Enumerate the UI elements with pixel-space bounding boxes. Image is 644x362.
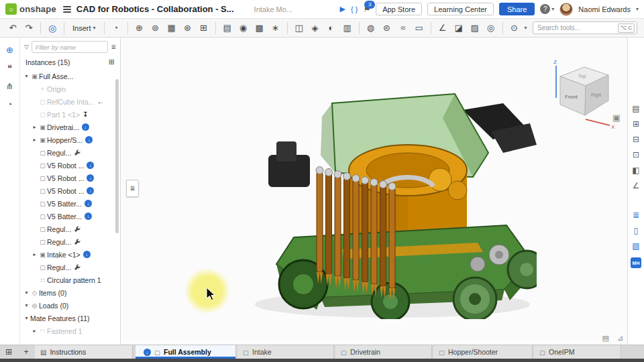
tree-item[interactable]: ▸▣Hopper/S...↓ [20,133,115,146]
properties-panel-icon[interactable]: ▯ [634,227,639,235]
history-icon[interactable]: ◔ [110,23,122,32]
mate-connector-icon[interactable]: ⊕ [133,23,146,32]
update-badge-icon[interactable]: ↓ [85,200,92,207]
update-badge-icon[interactable]: ↓ [85,213,92,220]
tree-item[interactable]: ▾◇Items (0) [20,286,115,299]
interference-icon[interactable]: ◫ [293,23,305,32]
configurations-icon[interactable]: ⊜ [381,23,393,32]
tree-item[interactable]: ▸▣Intake <1>↓ [20,248,115,261]
print-icon[interactable]: ▤ [602,334,608,343]
simulation-icon[interactable]: ≈ [397,23,409,32]
tree-item[interactable]: ∷Circular pattern 1 [20,274,115,286]
mate-icon[interactable]: ⊚ [150,23,162,32]
measure-panel-icon[interactable]: ∠ [633,182,640,190]
tree-item[interactable]: ▢Regul... [20,223,115,235]
update-badge-icon[interactable]: ↓ [83,251,91,258]
named-positions-icon[interactable]: ◈ [309,23,321,32]
render-panel-icon[interactable]: ◧ [632,166,639,174]
tree-item[interactable]: ▢V5 Robot ...↓ [20,159,115,172]
units-icon[interactable]: ⊿ [617,334,623,343]
mh-app-icon[interactable]: MH [631,257,641,268]
chevron-down-icon[interactable]: ▾ [23,302,30,308]
tree-item[interactable]: ▸◠Fastened 1 [20,324,115,337]
versions-panel-icon[interactable]: ▧ [632,242,639,250]
code-api-icon[interactable]: { } [351,5,358,13]
chevron-down-icon[interactable]: ▾ [23,315,30,321]
group-icon[interactable]: ▦ [166,23,178,32]
display-states-icon[interactable]: ◐ [325,23,337,32]
clipboard-panel-icon[interactable]: ⊟ [633,135,639,143]
document-panel-icon[interactable]: ▤ [632,105,639,113]
tree-item[interactable]: ▢Regul... [20,235,115,248]
onshape-logo[interactable]: ○ onshape [5,3,56,15]
section-view-icon[interactable]: ◪ [453,23,465,32]
linear-pattern-icon[interactable]: ▤ [221,23,233,32]
user-menu-chevron-icon[interactable]: ▾ [636,6,639,12]
app-store-button[interactable]: App Store [376,3,422,15]
drawing-panel-icon[interactable]: ⊡ [633,151,639,159]
tree-item[interactable]: ▢V5 Robot ...↓ [20,184,115,197]
tree-item[interactable]: ▸▣Drivetrai...↓ [20,121,115,133]
tab-intake[interactable]: ▢Intake [237,345,334,359]
update-badge-icon[interactable]: ↓ [87,162,94,169]
follow-mode-icon[interactable]: ▶ [340,5,345,13]
duplicate-panel-icon[interactable]: ⊞ [633,120,639,128]
circular-pattern-icon[interactable]: ◉ [237,23,250,32]
tree-item[interactable]: ▾▣Full Asse... [20,70,115,82]
chevron-right-icon[interactable]: ▸ [31,124,38,130]
explode-icon[interactable]: ∗ [270,23,282,32]
list-view-icon[interactable]: ≣ [111,44,116,50]
update-badge-icon[interactable]: ↓ [87,174,94,182]
tab-hopper-shooter[interactable]: ▢Hopper/Shooter [433,345,533,359]
replicate-icon[interactable]: ▩ [254,23,266,32]
history-icon[interactable]: ◔ [7,100,13,109]
learning-center-button[interactable]: Learning Center [427,3,494,15]
snap-settings-icon[interactable]: ⊙ [508,23,521,32]
insert-button[interactable]: Insert▾ [70,23,99,34]
redo-icon[interactable]: ↷ [23,23,35,32]
drawing-icon[interactable]: ▨ [469,23,481,32]
undo-icon[interactable]: ↶ [7,23,19,32]
update-badge-icon[interactable]: ↓ [85,136,93,143]
tree-item[interactable]: ▢Part 1 <1>↧ [20,108,115,121]
bom-icon[interactable]: ▥ [341,23,354,32]
tree-item[interactable]: ▾Mate Features (11) [20,312,115,324]
avatar[interactable] [559,3,573,16]
tree-item[interactable]: ▾◎Loads (0) [20,299,115,312]
hole-icon[interactable]: ◎ [485,23,497,32]
view-cube[interactable]: Z X Top Front Right [547,56,616,130]
isometric-view-icon[interactable]: ▣ [612,113,621,123]
branches-icon[interactable]: ⋔ [6,82,13,90]
filter-funnel-icon[interactable]: ▽ [24,44,29,50]
update-badge-icon[interactable]: ↓ [87,187,94,194]
update-badge-icon[interactable]: ↓ [82,123,89,131]
tab-full-assembly[interactable]: ↓▢Full Assembly [136,345,236,359]
add-tab-button[interactable]: + [17,345,35,359]
chevron-down-icon[interactable]: ▾ [23,73,30,79]
menu-icon[interactable] [63,6,71,13]
tab-drivetrain[interactable]: ▢Drivetrain [335,345,432,359]
relation-icon[interactable]: ⊛ [182,23,194,32]
panel-expand-handle[interactable]: ≣ [126,180,139,197]
3d-viewport[interactable]: Z X Top Front Right ▣ ≣ ▤ ⊿ [121,38,627,345]
follow-target-icon[interactable]: ◎ [46,23,58,33]
tree-item[interactable]: +Origin [20,82,115,95]
bom-panel-icon[interactable]: ≣ [633,211,639,219]
tab-instructions[interactable]: ▤ Instructions [35,345,133,359]
insert-instance-icon[interactable]: ⊞ [109,58,115,66]
tree-item[interactable]: ▢Regul... [20,146,115,159]
filter-input[interactable] [32,41,109,53]
share-button[interactable]: Share [499,3,535,15]
tree-item[interactable]: ▢Regul... [20,261,115,274]
snap-chevron-icon[interactable]: ▾ [525,25,527,31]
notifications-flag-icon[interactable]: ⚑ 3 [363,5,370,14]
chevron-right-icon[interactable]: ▸ [31,251,38,257]
insert-new-icon[interactable]: ⊕ [6,46,13,54]
tree-item[interactable]: ▢RefCube Inta...← [20,95,115,108]
user-name[interactable]: Naomi Edwards [578,5,631,13]
help-button[interactable]: ? ▾ [540,4,554,14]
frame-icon[interactable]: ▭ [413,23,425,32]
chevron-right-icon[interactable]: ▸ [31,328,38,334]
snap-mode-icon[interactable]: ⊞ [198,23,210,32]
tree-scrollbar[interactable] [115,79,119,233]
